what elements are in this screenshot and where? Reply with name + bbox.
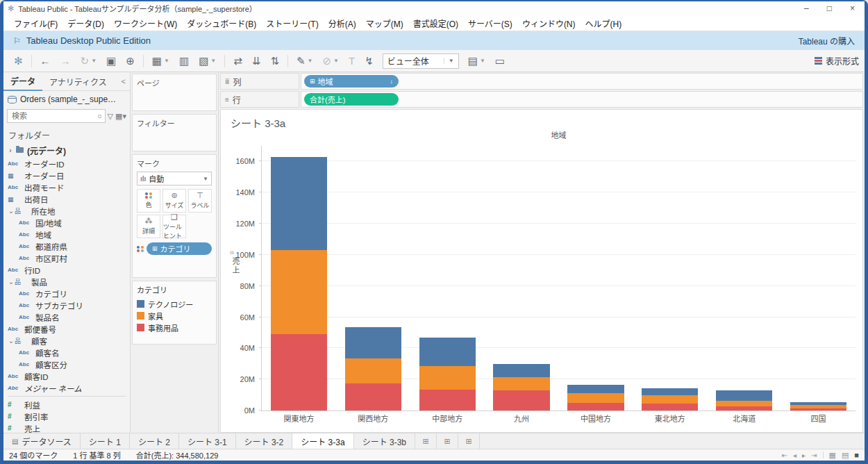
back-button[interactable]: ← bbox=[35, 56, 56, 66]
new-story-tab-button[interactable]: ⊞ bbox=[458, 433, 480, 449]
bar-segment-関西地方-家具[interactable] bbox=[345, 358, 401, 383]
field-顧客[interactable]: ⌄品顧客 bbox=[3, 335, 130, 347]
rows-shelf-track[interactable]: 合計(売上) bbox=[301, 91, 863, 108]
bar-segment-北海道-事務用品[interactable] bbox=[716, 406, 772, 411]
show-sheet-view-button[interactable]: ■ bbox=[854, 451, 859, 459]
menu-item-7[interactable]: 書式設定(O) bbox=[408, 17, 463, 29]
root-folder[interactable]: › (元データ) bbox=[3, 143, 130, 157]
category-pill[interactable]: ⊞ カテゴリ bbox=[147, 242, 212, 255]
menu-item-5[interactable]: 分析(A) bbox=[324, 17, 361, 29]
bar-segment-東北地方-事務用品[interactable] bbox=[642, 404, 698, 411]
field-割引率[interactable]: #割引率 bbox=[3, 411, 130, 422]
sheet-tab-シート 3-3a[interactable]: シート 3-3a bbox=[292, 433, 353, 449]
tab-data[interactable]: データ bbox=[3, 72, 42, 91]
menu-item-2[interactable]: ワークシート(W) bbox=[109, 17, 182, 29]
menu-item-3[interactable]: ダッシュボード(B) bbox=[182, 17, 261, 29]
collapse-pane-button[interactable]: < bbox=[117, 77, 130, 85]
bar-segment-関東地方-事務用品[interactable] bbox=[271, 334, 327, 411]
mark-type-dropdown[interactable]: ılı 自動 ▼ bbox=[137, 172, 212, 185]
clear-sheet-button[interactable]: ▧▼ bbox=[194, 56, 221, 66]
new-dashboard-tab-button[interactable]: ⊞ bbox=[437, 433, 458, 449]
field-郵便番号[interactable]: Abc郵便番号 bbox=[3, 323, 130, 335]
show-tabs-view-button[interactable]: ▦ bbox=[829, 451, 836, 460]
region-pill[interactable]: ⊞ 地域 ↓ bbox=[304, 75, 399, 88]
sheet-tab-シート 3-2[interactable]: シート 3-2 bbox=[236, 433, 293, 449]
field-製品[interactable]: ⌄品製品 bbox=[3, 276, 130, 288]
field-顧客名[interactable]: Abc顧客名 bbox=[3, 347, 130, 358]
bar-segment-北海道-テクノロジー[interactable] bbox=[716, 390, 772, 401]
menu-item-1[interactable]: データ(D) bbox=[62, 17, 109, 29]
show-mark-labels-button[interactable]: ▤▼ bbox=[463, 56, 490, 66]
chevron-down-icon[interactable]: ⌄ bbox=[8, 207, 15, 215]
bar-segment-四国-テクノロジー[interactable] bbox=[790, 402, 846, 405]
field-国/地域[interactable]: Abc国/地域 bbox=[3, 217, 130, 229]
fit-selector[interactable]: ビュー全体▼ bbox=[383, 53, 459, 69]
field-顧客区分[interactable]: Abc顧客区分 bbox=[3, 358, 130, 370]
sheet-tab-シート 3-1[interactable]: シート 3-1 bbox=[179, 433, 236, 449]
field-所在地[interactable]: ⌄品所在地 bbox=[3, 205, 130, 217]
menu-item-0[interactable]: ファイル(F) bbox=[9, 17, 62, 29]
minimize-button[interactable]: – bbox=[804, 3, 809, 13]
field-行ID[interactable]: Abc行ID bbox=[3, 264, 130, 276]
previous-page-button[interactable]: ◂ bbox=[793, 451, 796, 459]
last-page-button[interactable]: ⇥ bbox=[811, 451, 817, 459]
tab-analytics[interactable]: アナリティクス bbox=[42, 73, 114, 90]
tableau-logo-icon[interactable]: ✻ bbox=[9, 56, 28, 66]
new-worksheet-button[interactable]: ▦▼ bbox=[147, 56, 174, 66]
show-filmstrip-view-button[interactable]: ▤ bbox=[842, 451, 849, 460]
bar-segment-関西地方-テクノロジー[interactable] bbox=[345, 327, 401, 358]
sheet-tab-シート 3-3b[interactable]: シート 3-3b bbox=[354, 433, 415, 449]
swap-axes-button[interactable]: ⇄ bbox=[228, 56, 247, 66]
search-input[interactable] bbox=[10, 111, 97, 121]
sheet-tab-シート 2[interactable]: シート 2 bbox=[130, 433, 179, 449]
fix-axes-button[interactable]: ↯ bbox=[360, 56, 378, 66]
duplicate-button[interactable]: ▥ bbox=[174, 56, 194, 66]
maximize-button[interactable]: □ bbox=[827, 3, 832, 13]
filter-icon[interactable]: ▽ bbox=[108, 112, 113, 121]
bar-segment-関東地方-家具[interactable] bbox=[271, 250, 327, 334]
legend-item-家具[interactable]: 家具 bbox=[137, 310, 212, 322]
bar-segment-北海道-家具[interactable] bbox=[716, 401, 772, 406]
sort-descending-button[interactable]: ⇅ bbox=[265, 56, 284, 66]
first-page-button[interactable]: ⇤ bbox=[782, 451, 787, 459]
bar-segment-関西地方-事務用品[interactable] bbox=[345, 383, 401, 411]
sum-sales-pill[interactable]: 合計(売上) bbox=[304, 93, 399, 106]
field-オーダーID[interactable]: AbcオーダーID bbox=[3, 158, 130, 169]
bar-segment-東北地方-家具[interactable] bbox=[642, 395, 698, 404]
bar-segment-中部地方-家具[interactable] bbox=[419, 366, 476, 390]
add-datasource-button[interactable]: ⊕ bbox=[121, 56, 140, 66]
field-サブカテゴリ[interactable]: Abcサブカテゴリ bbox=[3, 299, 130, 311]
presentation-mode-button[interactable]: ▭ bbox=[490, 56, 510, 66]
menu-item-10[interactable]: ヘルプ(H) bbox=[581, 17, 627, 29]
field-利益[interactable]: #利益 bbox=[3, 399, 130, 411]
field-地域[interactable]: Abc地域 bbox=[3, 229, 130, 240]
label-button[interactable]: ⊤ラベル bbox=[188, 189, 212, 213]
legend-item-テクノロジー[interactable]: テクノロジー bbox=[137, 298, 212, 310]
columns-shelf-track[interactable]: ⊞ 地域 ↓ bbox=[301, 73, 863, 90]
sheet-tab-データソース[interactable]: ▤データソース bbox=[3, 433, 81, 449]
sheet-tab-シート 1[interactable]: シート 1 bbox=[81, 433, 130, 449]
bar-segment-中国地方-事務用品[interactable] bbox=[567, 403, 624, 411]
next-page-button[interactable]: ▸ bbox=[802, 451, 806, 459]
bar-segment-東北地方-テクノロジー[interactable] bbox=[642, 388, 698, 395]
field-製品名[interactable]: Abc製品名 bbox=[3, 311, 130, 323]
bar-segment-中国地方-家具[interactable] bbox=[567, 393, 624, 403]
bar-segment-九州-事務用品[interactable] bbox=[493, 390, 549, 411]
chevron-down-icon[interactable]: ⌄ bbox=[8, 278, 15, 285]
field-出荷モード[interactable]: Abc出荷モード bbox=[3, 181, 130, 193]
color-button[interactable]: 色 bbox=[137, 189, 160, 213]
save-button[interactable]: ▣ bbox=[101, 56, 121, 66]
size-button[interactable]: ⊚サイズ bbox=[162, 189, 186, 213]
y-axis-title[interactable]: 売上 bbox=[230, 257, 241, 275]
bar-segment-九州-家具[interactable] bbox=[493, 377, 549, 390]
menu-item-8[interactable]: サーバー(S) bbox=[463, 17, 517, 29]
new-worksheet-tab-button[interactable]: ⊞ bbox=[415, 433, 437, 449]
legend-item-事務用品[interactable]: 事務用品 bbox=[137, 322, 212, 333]
view-options-icon[interactable]: ▦▾ bbox=[115, 112, 126, 121]
menu-item-4[interactable]: ストーリー(T) bbox=[261, 17, 323, 29]
bar-segment-中部地方-事務用品[interactable] bbox=[419, 390, 476, 411]
filters-card[interactable]: フィルター bbox=[132, 114, 217, 151]
tooltip-button[interactable]: ❑ツールヒント bbox=[162, 215, 186, 238]
field-売上[interactable]: #売上 bbox=[3, 422, 130, 433]
bar-segment-四国-事務用品[interactable] bbox=[790, 408, 846, 411]
